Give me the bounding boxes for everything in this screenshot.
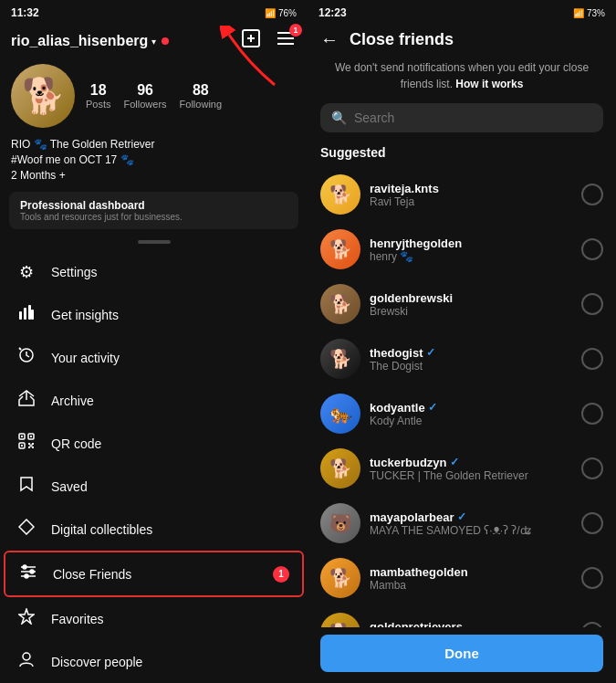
list-item: 🐕 goldenbrewski Brewski [320, 277, 603, 331]
select-button[interactable] [581, 238, 603, 260]
svg-rect-7 [19, 311, 22, 320]
right-panel: 12:23 📶 73% ← Close friends We don't sen… [308, 0, 616, 683]
svg-point-28 [30, 570, 34, 573]
posts-label: Posts [86, 99, 111, 110]
list-item: 🐅 kodyantle ✓ Kody Antle [320, 386, 603, 441]
avatar: 🐅 [320, 394, 360, 434]
stat-posts[interactable]: 18 Posts [86, 82, 111, 110]
saved-icon [16, 476, 37, 497]
select-button[interactable] [581, 348, 603, 370]
profile-info: 🐕 18 Posts 96 Followers 88 Following [0, 60, 308, 135]
discover-icon [16, 651, 37, 672]
svg-rect-10 [31, 310, 34, 320]
friend-username: mambathegolden [370, 565, 572, 579]
select-button[interactable] [581, 184, 603, 205]
stat-followers[interactable]: 96 Followers [124, 82, 167, 110]
online-indicator [162, 37, 169, 45]
how-it-works-link[interactable]: How it works [455, 78, 523, 90]
svg-rect-15 [21, 436, 23, 437]
select-button[interactable] [581, 403, 603, 425]
select-button[interactable] [581, 567, 603, 589]
menu-button[interactable]: 1 [275, 27, 297, 55]
add-post-button[interactable] [240, 27, 262, 55]
menu-item-favorites[interactable]: Favorites [4, 597, 304, 640]
closefriends-icon [18, 563, 38, 584]
activity-label: Your activity [51, 351, 291, 365]
search-input[interactable] [354, 110, 592, 125]
suggested-label: Suggested [308, 142, 616, 167]
select-button[interactable] [581, 622, 603, 627]
menu-item-saved[interactable]: Saved [4, 465, 304, 508]
status-bar-right: 12:23 📶 73% [308, 0, 616, 24]
svg-marker-30 [19, 609, 34, 624]
insights-label: Get insights [51, 308, 291, 322]
friend-name: TUCKER | The Golden Retriever [370, 469, 572, 482]
done-button[interactable]: Done [320, 635, 603, 672]
cf-header: ← Close friends [308, 24, 616, 59]
menu-item-qrcode[interactable]: QR code [4, 422, 304, 465]
pro-dashboard[interactable]: Professional dashboard Tools and resourc… [9, 192, 298, 229]
menu-item-discover[interactable]: Discover people [4, 640, 304, 683]
avatar: 🐕 [320, 613, 360, 627]
menu-item-settings[interactable]: ⚙ Settings [4, 251, 304, 293]
list-item: 🐕 goldenretrievers Golden Retrievers [320, 605, 603, 627]
bio: RIO 🐾 The Golden Retriever #Woof me on O… [0, 135, 308, 186]
following-label: Following [180, 99, 222, 110]
friend-username: thedogist ✓ [370, 346, 572, 360]
search-bar[interactable]: 🔍 [320, 103, 603, 132]
archive-icon [16, 390, 37, 411]
friend-name: MAYA THE SAMOYED ʕ·ᴥ·ʔ ʔ/ʥ [370, 524, 572, 537]
select-button[interactable] [581, 457, 603, 479]
verified-badge: ✓ [450, 456, 459, 468]
status-icons-right: 📶 73% [573, 8, 605, 18]
chevron-down-icon[interactable]: ▾ [151, 37, 156, 47]
closefriends-label: Close Friends [53, 567, 258, 582]
avatar: 🐕 [320, 448, 360, 489]
menu-item-collectibles[interactable]: Digital collectibles [4, 508, 304, 551]
select-button[interactable] [581, 293, 603, 315]
username: rio_alias_hisenberg [11, 33, 148, 49]
followers-label: Followers [124, 99, 167, 110]
friend-info: mambathegolden Mamba [370, 565, 572, 592]
collectibles-label: Digital collectibles [51, 522, 291, 537]
select-button[interactable] [581, 512, 603, 534]
verified-badge: ✓ [426, 346, 435, 359]
settings-label: Settings [51, 265, 291, 279]
friend-name: henry 🐾 [370, 250, 572, 263]
bio-line-1: RIO 🐾 The Golden Retriever [11, 137, 297, 152]
avatar: 🐕 [320, 174, 360, 215]
menu-item-activity[interactable]: Your activity [4, 336, 304, 379]
menu-item-archive[interactable]: Archive [4, 379, 304, 422]
cf-info-text: We don't send notifications when you edi… [308, 59, 616, 103]
avatar: 🐕 [320, 339, 360, 379]
menu-item-closefriends[interactable]: Close Friends 1 [4, 551, 304, 597]
time-left: 11:32 [11, 6, 39, 19]
header-icons: 1 [240, 27, 297, 55]
activity-icon [16, 347, 37, 368]
friend-username: henryjthegolden [370, 236, 572, 250]
discover-label: Discover people [51, 655, 291, 669]
friend-name: Brewski [370, 305, 572, 318]
svg-rect-8 [24, 308, 26, 320]
friend-info: henryjthegolden henry 🐾 [370, 236, 572, 263]
settings-icon: ⚙ [16, 262, 37, 282]
friend-name: The Dogist [370, 360, 572, 373]
list-item: 🐕 tuckerbudzyn ✓ TUCKER | The Golden Ret… [320, 441, 603, 496]
friend-info: thedogist ✓ The Dogist [370, 346, 572, 373]
posts-count: 18 [90, 82, 107, 99]
friend-username: raviteja.knts [370, 182, 572, 195]
pro-subtitle: Tools and resources just for businesses. [20, 212, 287, 222]
back-button[interactable]: ← [320, 29, 339, 50]
stat-following[interactable]: 88 Following [180, 82, 222, 110]
left-panel: 11:32 📶 76% rio_alias_hisenberg ▾ [0, 0, 308, 683]
search-icon: 🔍 [331, 110, 347, 125]
status-bar-left: 11:32 📶 76% [0, 0, 308, 24]
friend-username: mayapolarbear ✓ [370, 510, 572, 524]
friend-username: tuckerbudzyn ✓ [370, 456, 572, 469]
friend-info: goldenretrievers Golden Retrievers [370, 620, 572, 628]
menu-item-insights[interactable]: Get insights [4, 293, 304, 336]
time-right: 12:23 [318, 6, 347, 19]
friend-info: tuckerbudzyn ✓ TUCKER | The Golden Retri… [370, 456, 572, 482]
avatar: 🐕 [11, 64, 75, 128]
pro-title: Professional dashboard [20, 199, 287, 212]
